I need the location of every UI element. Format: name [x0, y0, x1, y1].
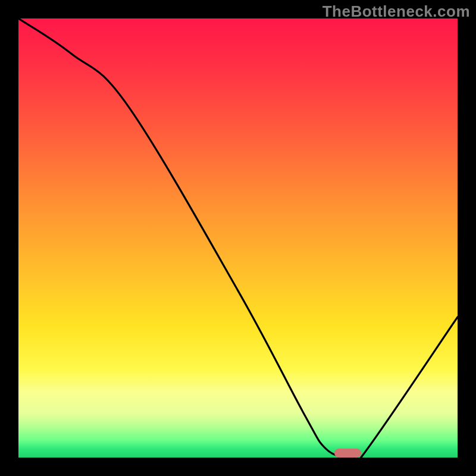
curve-path: [18, 18, 458, 458]
optimal-range-marker: [334, 449, 361, 458]
plot-area: [18, 18, 458, 458]
chart-frame: TheBottleneck.com: [0, 0, 476, 476]
bottleneck-curve: [18, 18, 458, 458]
watermark-text: TheBottleneck.com: [322, 2, 470, 21]
